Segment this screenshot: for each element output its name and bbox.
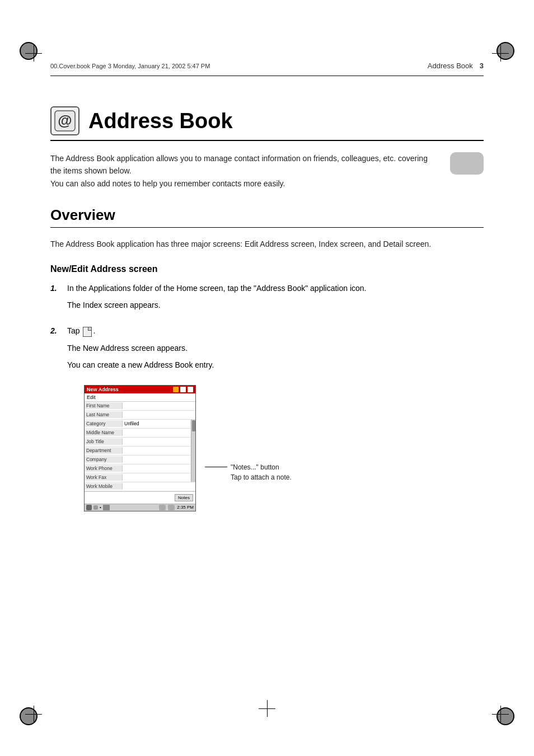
field-middle-name: Middle Name [85, 429, 195, 438]
value-middle-name [123, 432, 195, 433]
scroll-thumb [192, 420, 195, 431]
label-company: Company [85, 456, 123, 463]
category-value: Unfiled [124, 421, 139, 426]
screen-statusbar: • 2:35 PM [85, 504, 195, 511]
step-1-text: In the Applications folder of the Home s… [67, 284, 366, 293]
value-first-name [123, 405, 195, 406]
callout-label: "Notes..." button [231, 463, 279, 471]
intro-paragraph-2: You can also add notes to help you remem… [50, 179, 285, 188]
crosshair-tr [492, 45, 509, 62]
label-job-title: Job Title [85, 438, 123, 445]
screen-titlebar: New Address [85, 386, 195, 393]
step-2-sub2: You can create a new Address Book entry. [67, 359, 484, 371]
step-1-num: 1. [50, 282, 62, 316]
subsection-heading: New/Edit Address screen [50, 264, 484, 274]
label-work-mobile: Work Mobile [85, 483, 123, 490]
field-job-title: Job Title [85, 438, 195, 447]
step-1-sub: The Index screen appears. [67, 299, 484, 311]
value-work-mobile [123, 486, 195, 487]
field-first-name: First Name [85, 402, 195, 411]
overview-section: Overview The Address Book application ha… [50, 206, 484, 250]
crosshair-bl [25, 706, 42, 722]
new-edit-section: New/Edit Address screen 1. In the Applic… [50, 264, 484, 511]
status-icon-3 [103, 505, 110, 510]
page-title-section: @ Address Book [50, 106, 484, 135]
page-title: Address Book [88, 109, 233, 133]
overview-heading: Overview [50, 206, 484, 224]
value-work-fax [123, 477, 195, 478]
callout-sub: Tap to attach a note. [205, 473, 292, 481]
field-work-mobile: Work Mobile [85, 482, 195, 491]
label-work-phone: Work Phone [85, 465, 123, 472]
main-content: @ Address Book The Address Book applicat… [50, 84, 484, 511]
callout-notes-button: "Notes..." button [205, 463, 292, 471]
status-left: • [86, 505, 110, 510]
field-category: Category Unfiled ▼ [85, 420, 195, 429]
value-company [123, 459, 195, 460]
value-category: Unfiled ▼ [123, 420, 195, 427]
field-department: Department [85, 447, 195, 456]
screen-fields: First Name Last Name Category Unfiled ▼ [85, 402, 195, 491]
new-entry-icon [83, 327, 92, 337]
titlebar-icon-1 [173, 387, 179, 392]
label-first-name: First Name [85, 402, 123, 409]
overview-divider [50, 227, 484, 228]
page-number: 3 [480, 62, 484, 70]
status-signal [159, 505, 166, 510]
callout-area: "Notes..." button Tap to attach a note. [205, 385, 292, 481]
field-company: Company [85, 456, 195, 464]
status-icon-2 [93, 505, 98, 510]
step-1-body: In the Applications folder of the Home s… [67, 282, 484, 316]
titlebar-icons [173, 387, 193, 392]
step-2-sub: The New Address screen appears. [67, 342, 484, 354]
step-2-num: 2. [50, 325, 62, 375]
svg-text:@: @ [58, 112, 72, 129]
titlebar-icon-3 [188, 387, 193, 392]
intro-text: The Address Book application allows you … [50, 152, 484, 190]
page-header-right: Address Book 3 [428, 62, 484, 70]
header-section-title: Address Book [428, 62, 473, 70]
label-category: Category [85, 420, 123, 427]
notes-button[interactable]: Notes [175, 494, 193, 501]
field-work-phone: Work Phone [85, 464, 195, 473]
status-battery [168, 505, 175, 510]
field-last-name: Last Name [85, 411, 195, 420]
titlebar-icon-2 [180, 387, 186, 392]
status-dot: • [100, 505, 101, 510]
screenshot-container: New Address Edit First Name [84, 385, 484, 511]
decorative-rect [450, 152, 484, 175]
crosshair-tl [25, 45, 42, 62]
crosshair-bottom-center [259, 700, 275, 717]
value-work-phone [123, 468, 195, 469]
status-right: 2:35 PM [159, 505, 194, 510]
device-screen: New Address Edit First Name [84, 385, 196, 511]
callout-dash-1 [205, 467, 227, 467]
notes-row: Notes [85, 491, 195, 504]
overview-body: The Address Book application has three m… [50, 238, 484, 250]
intro-section: The Address Book application allows you … [50, 152, 484, 190]
file-info: 00.Cover.book Page 3 Monday, January 21,… [50, 63, 210, 69]
value-department [123, 450, 195, 451]
screen-menu: Edit [85, 393, 195, 402]
value-last-name [123, 414, 195, 415]
intro-paragraph-1: The Address Book application allows you … [50, 154, 428, 175]
label-department: Department [85, 447, 123, 454]
status-time: 2:35 PM [177, 505, 194, 510]
step-1: 1. In the Applications folder of the Hom… [50, 282, 484, 316]
step-2-body: Tap . The New Address screen appears. Yo… [67, 325, 484, 375]
top-bar: 00.Cover.book Page 3 Monday, January 21,… [50, 62, 484, 70]
scrollbar[interactable] [191, 420, 195, 482]
screen-menu-label: Edit [87, 395, 96, 400]
address-book-icon: @ [50, 106, 79, 135]
crosshair-br [492, 706, 509, 722]
title-divider [50, 140, 484, 141]
screen-title: New Address [87, 387, 119, 392]
label-middle-name: Middle Name [85, 429, 123, 436]
field-work-fax: Work Fax [85, 473, 195, 482]
top-rule [50, 76, 484, 76]
status-icon-1 [86, 505, 92, 510]
title-icon-svg: @ [54, 110, 76, 132]
step-2: 2. Tap . The New Address screen appears.… [50, 325, 484, 375]
label-work-fax: Work Fax [85, 474, 123, 481]
value-job-title [123, 441, 195, 442]
